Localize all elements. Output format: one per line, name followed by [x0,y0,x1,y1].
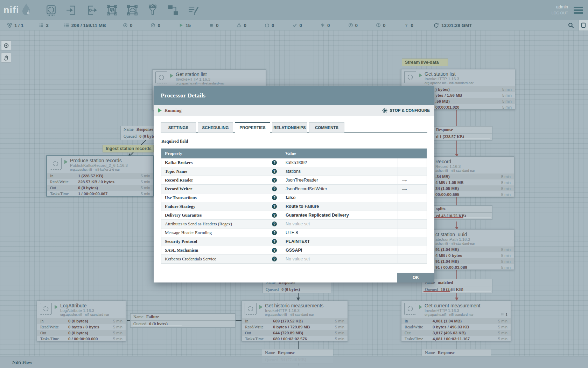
processor-name: Get historic measurements [265,303,323,308]
processor-details-dialog: Processor Details Running STOP & CONFIGU… [154,86,434,282]
operate-palette-button[interactable] [579,20,588,30]
tab-relationships[interactable]: RELATIONSHIPS [272,122,307,133]
logout-link[interactable]: LOG OUT [552,11,568,16]
stat-read-write: 0 bytes / 496.03 KB [433,325,469,329]
help-icon[interactable]: ? [272,230,277,235]
property-row[interactable]: Record Reader ? JsonTreeReader → [161,176,427,185]
property-row[interactable]: Kerberos Credentials Service ? No value … [161,255,427,264]
stop-and-configure-button[interactable]: STOP & CONFIGURE [382,108,430,113]
nifi-drop-icon [19,2,33,18]
help-icon[interactable]: ? [272,160,277,165]
search-button[interactable] [563,20,579,30]
arrow-up-icon [348,23,353,28]
tab-settings[interactable]: SETTINGS [161,122,196,133]
input-port-icon[interactable] [65,4,77,16]
property-row[interactable]: Message Header Encoding ? UTF-8 [161,229,427,237]
processor-name: Get station list [176,71,225,77]
property-row[interactable]: Security Protocol ? PLAINTEXT [161,237,427,246]
stat-in: 1 (228.57 KB) [78,174,103,178]
property-row[interactable]: Use Transactions ? false [161,193,427,202]
property-value[interactable]: No value set [282,220,398,228]
go-to-service-icon[interactable]: → [400,178,408,183]
property-row[interactable]: SASL Mechanism ? GSSAPI [161,246,427,255]
running-indicator-icon [419,305,422,309]
status-locally-modified-stale: 0 [376,23,386,28]
property-row[interactable]: Failure Strategy ? Route to Failure [161,202,427,211]
funnel-icon[interactable] [147,4,159,16]
processor-bundle: org.apache.nifi - nifi-standard-nar [265,313,323,316]
property-row[interactable]: Kafka Brokers ? kafka:9092 [161,158,427,167]
property-value[interactable]: UTF-8 [282,229,398,237]
help-icon[interactable]: ? [272,186,277,191]
help-icon[interactable]: ? [272,257,277,261]
processor-produce-station-records[interactable]: Produce station records PublishKafkaReco… [47,156,154,196]
property-row[interactable]: Record Writer ? JsonRecordSetWriter → [161,185,427,193]
label-icon[interactable] [187,4,199,16]
help-icon[interactable]: ? [272,178,277,183]
help-icon[interactable]: ? [272,169,277,174]
processor-name: Produce station records [70,158,128,163]
property-extra-cell [398,211,427,219]
output-port-icon[interactable] [86,4,98,16]
ok-button[interactable]: OK [397,273,434,282]
tab-scheduling[interactable]: SCHEDULING [198,122,233,133]
hand-button[interactable] [1,53,11,63]
help-icon[interactable]: ? [272,213,277,218]
property-value[interactable]: kafka:9092 [282,158,398,167]
property-value[interactable]: JsonRecordSetWriter [282,185,398,193]
property-extra-cell [398,167,427,176]
connection-response-bottom-right[interactable]: NameResponse [422,349,491,356]
property-row[interactable]: Topic Name ? stations [161,167,427,176]
nifi-logo-text: nifi [4,2,19,18]
invalid-warning-icon [237,23,241,28]
canvas-label[interactable]: Ingest station records [103,145,154,152]
property-name: Failure Strategy ? [161,202,282,211]
processor-type: PublishKafkaRecord_2_6 1.16.3 [70,163,128,168]
process-group-icon[interactable] [106,4,118,16]
tab-comments[interactable]: COMMENTS [309,122,344,133]
remote-process-group-icon[interactable] [126,4,138,16]
status-not-transmitting: 0 [150,23,160,28]
property-value[interactable]: No value set [282,255,398,263]
target-button[interactable] [1,40,11,50]
property-row[interactable]: Attributes to Send as Headers (Regex) ? … [161,220,427,229]
help-icon[interactable]: ? [272,195,277,200]
component-toolbar [45,4,199,16]
property-name: Kerberos Credentials Service ? [161,255,282,263]
asterisk-icon [320,23,325,28]
processor-log-attribute[interactable]: LogAttribute LogAttribute 1.16.3 org.apa… [37,301,126,341]
template-icon[interactable] [167,4,179,16]
stat-tasks-time: 00:00:01.020 [435,105,459,109]
canvas-label[interactable]: Stream live-data [402,59,448,66]
property-value[interactable]: Route to Failure [282,202,398,211]
property-extra-cell [398,220,427,228]
global-menu-icon[interactable] [574,7,583,14]
processor-get-historic-measurements[interactable]: Get historic measurements InvokeHTTP 1.1… [241,301,348,341]
property-value[interactable]: Guarantee Replicated Delivery [282,211,398,219]
help-icon[interactable]: ? [272,204,277,209]
processor-bundle: org.apache.nifi - nifi-standard-nar [425,313,481,316]
property-value[interactable]: PLAINTEXT [282,237,398,246]
processor-name: ct station_uuid [435,232,511,237]
help-icon[interactable]: ? [272,222,277,226]
nifi-logo: nifi [4,2,33,18]
stat-out: 0 (0 bytes) [68,331,88,335]
property-value[interactable]: stations [282,167,398,176]
property-row[interactable]: Delivery Guarantee ? Guarantee Replicate… [161,211,427,220]
processor-get-current-measurement[interactable]: Get current measurement InvokeHTTP 1.16.… [401,301,511,341]
help-icon[interactable]: ? [272,239,277,244]
refresh-icon[interactable] [434,23,439,28]
property-value[interactable]: false [282,193,398,202]
go-to-service-icon[interactable]: → [400,186,408,191]
processor-icon[interactable] [45,4,57,16]
tab-properties[interactable]: PROPERTIES [235,122,270,133]
processor-stamp-icon [40,303,52,315]
help-icon[interactable]: ? [272,248,277,253]
stat-tasks-time: 1 / 00:00:00.067 [78,192,107,196]
crosshair-icon [4,43,9,48]
property-value[interactable]: GSSAPI [282,246,398,254]
property-value[interactable]: JsonTreeReader [282,176,398,184]
question-icon: ? [404,23,409,28]
connection-failure[interactable]: NameFailure Queued0 (0 bytes) [130,313,236,328]
breadcrumb[interactable]: NiFi Flow [12,360,32,365]
